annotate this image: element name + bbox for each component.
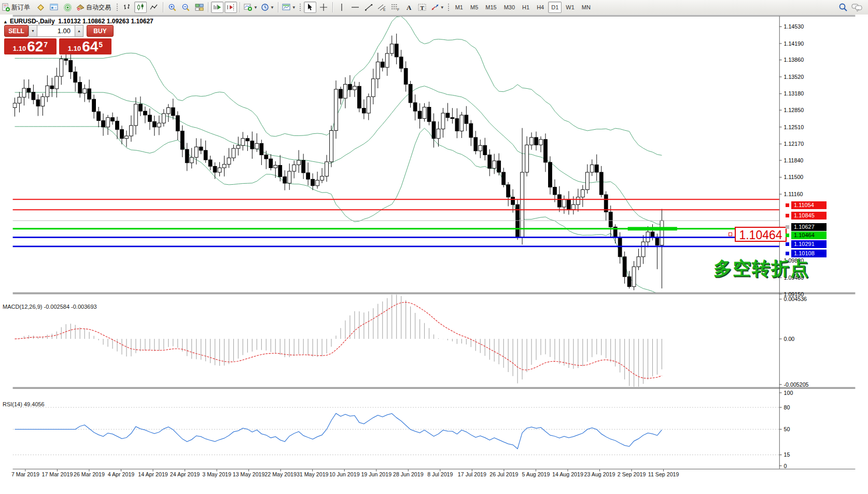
trendline-tool-button[interactable]	[362, 2, 375, 13]
vertical-line-tool-button[interactable]	[335, 2, 348, 13]
market-watch-button[interactable]	[48, 2, 60, 13]
timeframe-mn[interactable]: MN	[579, 2, 594, 13]
auto-scroll-icon	[213, 3, 222, 11]
level-connector-square	[786, 252, 789, 255]
price-level-label: 1.10845	[791, 212, 827, 219]
buy-price-box[interactable]: 1.10 64 5	[59, 38, 111, 54]
indicators-button[interactable]: ▼	[243, 2, 259, 13]
date-label: 8 Jul 2019	[427, 471, 453, 477]
candle	[204, 141, 207, 163]
templates-button[interactable]: ▼	[281, 2, 297, 13]
price-level-thick-segment[interactable]	[628, 227, 677, 230]
timeframe-w1[interactable]: W1	[563, 2, 578, 13]
arrows-tool-button[interactable]: ▼	[430, 2, 445, 13]
price-level-label: 1.11054	[791, 201, 827, 209]
toolbar-grip[interactable]	[116, 3, 118, 12]
candle	[302, 154, 305, 179]
timeframe-d1[interactable]: D1	[548, 2, 562, 13]
price-tick-label: 1.12170	[784, 141, 804, 147]
candle	[418, 103, 422, 129]
candle	[353, 81, 356, 97]
candle	[288, 163, 291, 190]
zoom-out-button[interactable]	[179, 2, 192, 13]
search-button[interactable]	[837, 2, 849, 13]
periods-button[interactable]: ▼	[260, 2, 275, 13]
candle	[371, 68, 375, 104]
label-tool-button[interactable]: T	[416, 2, 429, 13]
autotrading-button[interactable]: 自动交易	[75, 2, 114, 13]
callout-anchor-handle[interactable]	[729, 232, 732, 236]
date-label: 3 May 2019	[202, 471, 231, 477]
candlestick-chart-button[interactable]	[134, 2, 147, 13]
price-tick-label: 1.13520	[784, 74, 804, 80]
candle	[316, 172, 319, 189]
price-level-label: 1.10108	[791, 250, 827, 257]
cn-annotation-text[interactable]: 多空转折点	[713, 256, 809, 281]
timeframe-h4[interactable]: H4	[534, 2, 547, 13]
svg-text:A: A	[407, 4, 412, 11]
date-axis: 7 Mar 201917 Mar 201926 Mar 20194 Apr 20…	[11, 469, 679, 477]
candle	[74, 66, 77, 91]
charts-window-icon	[50, 3, 59, 11]
candle	[455, 108, 459, 139]
candle	[488, 149, 492, 176]
chart-shift-button[interactable]	[225, 2, 237, 13]
sell-price-box[interactable]: 1.10 62 7	[4, 38, 57, 54]
candle	[530, 132, 534, 149]
text-tool-button[interactable]: A	[403, 2, 415, 13]
price-level-label: 1.10627	[791, 223, 827, 231]
candle	[13, 98, 17, 116]
buy-button[interactable]: BUY	[87, 25, 114, 37]
toolbar-separator	[163, 2, 163, 12]
crosshair-tool-button[interactable]	[317, 2, 330, 13]
timeframe-m5[interactable]: M5	[467, 2, 481, 13]
channel-tool-button[interactable]: E	[376, 2, 388, 13]
toolbar-grip[interactable]	[299, 3, 301, 12]
bar-chart-button[interactable]	[121, 2, 133, 13]
price-callout-box[interactable]: 1.10464	[735, 227, 787, 242]
history-center-button[interactable]	[34, 2, 47, 13]
volume-increase-button[interactable]: ▲	[75, 25, 83, 37]
date-label: 26 Mar 2019	[74, 471, 105, 477]
equidistant-channel-icon: E	[377, 3, 386, 11]
candle	[171, 99, 175, 119]
collapse-arrow-icon[interactable]: ▲	[3, 19, 8, 24]
auto-scroll-button[interactable]	[211, 2, 223, 13]
macd-label: MACD(12,26,9) -0.002584 -0.003693	[3, 304, 97, 310]
zoom-in-button[interactable]	[166, 2, 178, 13]
sell-button[interactable]: SELL	[4, 25, 29, 37]
timeframe-m15[interactable]: M15	[482, 2, 499, 13]
chart-area[interactable]: 1.145301.141901.138601.135201.131801.128…	[0, 15, 868, 494]
date-label: 31 May 2019	[297, 471, 329, 477]
svg-text:E: E	[383, 8, 386, 11]
price-tick-label: 1.13180	[784, 91, 804, 97]
signals-button[interactable]	[61, 2, 74, 13]
chart-canvas[interactable]: 1.145301.141901.138601.135201.131801.128…	[0, 15, 868, 494]
template-icon	[282, 3, 291, 11]
volume-decrease-button[interactable]: ▼	[29, 25, 37, 37]
price-tick-label: 1.12850	[784, 107, 804, 113]
timeframe-h1[interactable]: H1	[519, 2, 533, 13]
timeframe-m1[interactable]: M1	[452, 2, 466, 13]
candle	[507, 182, 510, 207]
timeframe-m30[interactable]: M30	[501, 2, 518, 13]
candle	[465, 106, 468, 131]
chat-button[interactable]	[850, 2, 864, 13]
fibonacci-tool-button[interactable]: F	[389, 2, 402, 13]
chart-frame	[13, 15, 856, 469]
candle	[106, 115, 110, 135]
horizontal-line-tool-button[interactable]	[349, 2, 361, 13]
cursor-tool-button[interactable]	[304, 2, 316, 13]
candle	[451, 108, 454, 124]
volume-input[interactable]: 1.00	[37, 25, 75, 37]
new-order-button[interactable]: 新订单	[1, 2, 33, 13]
line-chart-button[interactable]	[148, 2, 160, 13]
new-order-icon	[2, 3, 10, 12]
candle	[227, 148, 231, 168]
tile-windows-button[interactable]	[193, 2, 205, 13]
candle	[69, 53, 73, 79]
toolbar-grip[interactable]	[447, 3, 450, 12]
candle	[595, 155, 598, 181]
price-tick-label: 1.13860	[784, 57, 804, 63]
candle	[264, 150, 268, 169]
